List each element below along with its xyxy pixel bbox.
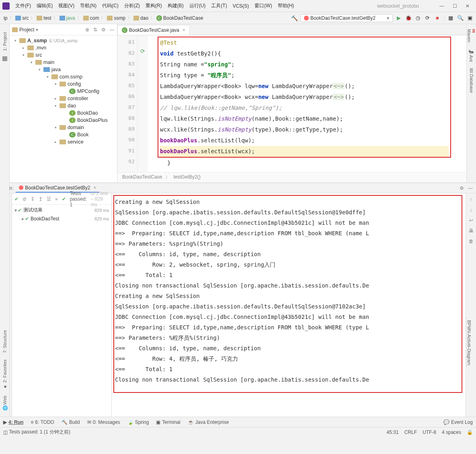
gear-icon[interactable]: ⚙ <box>101 27 106 33</box>
tree-config[interactable]: ▾config <box>10 80 117 88</box>
code-content[interactable]: @Test void testGetBy2(){ String name ="s… <box>148 35 466 172</box>
stop-button[interactable]: ■ <box>434 15 441 21</box>
tool-icon[interactable]: ▣ <box>466 15 474 21</box>
hide-icon[interactable]: — <box>468 185 473 191</box>
tree-bookdao[interactable]: IBookDao <box>10 109 117 117</box>
tab-terminal[interactable]: ▣ Terminal <box>156 419 180 425</box>
tree-dao[interactable]: ▾dao <box>10 102 117 109</box>
run-tab[interactable]: BookDaoTestCase.testGetBy2× <box>16 184 99 193</box>
menu-edit[interactable]: 编辑(E) <box>34 1 55 11</box>
tree-main[interactable]: ▾main <box>10 59 117 66</box>
crumb-class[interactable]: CBookDaoTestCase <box>155 14 204 22</box>
clear-icon[interactable]: 🗑 <box>469 238 474 244</box>
menu-analyze[interactable]: 分析(Z) <box>122 1 142 11</box>
indent[interactable]: 4 spaces <box>442 429 461 435</box>
menu-window[interactable]: 窗口(W) <box>252 1 274 11</box>
menu-help[interactable]: 帮助(H) <box>275 1 297 11</box>
debug-button[interactable]: 🐞 <box>405 15 412 21</box>
line-ending[interactable]: CRLF <box>404 429 417 435</box>
tool-bpmn[interactable]: BPMN-Activiti-Diagram <box>467 320 472 365</box>
tree-pkg[interactable]: ▾com.ssmp <box>10 73 117 80</box>
run-gutter-icon[interactable]: ⟳ <box>137 48 148 54</box>
tree-src[interactable]: ▾src <box>10 51 117 59</box>
close-icon[interactable]: × <box>183 27 185 33</box>
crumb-com[interactable]: com <box>82 14 101 22</box>
tool-structure[interactable]: 7: Structure <box>2 330 7 353</box>
tool-ant[interactable]: 🐜 Ant <box>469 47 474 64</box>
chevron-down-icon[interactable]: ▾ <box>36 27 38 33</box>
wrap-icon[interactable]: ↩ <box>469 218 473 223</box>
target-icon[interactable]: ⊕ <box>85 27 89 33</box>
project-view-label[interactable]: Project <box>19 27 34 33</box>
encoding[interactable]: UTF-8 <box>423 429 436 435</box>
check-icon[interactable]: ✔ <box>14 196 18 202</box>
expand-icon[interactable]: ⇅ <box>93 27 97 33</box>
tool-icon[interactable] <box>2 56 7 61</box>
menu-tools[interactable]: 工具(T) <box>209 1 229 11</box>
crumb-src[interactable]: src <box>14 14 30 22</box>
lock-icon[interactable]: 🔒 <box>467 429 473 435</box>
tab-todo[interactable]: ≡ 6: TODO <box>31 419 54 425</box>
print-icon[interactable]: 🖶 <box>469 228 474 234</box>
run-config-select[interactable]: BookDaoTestCase.testGetBy2 ▾ <box>300 14 393 22</box>
coverage-button[interactable]: ◷ <box>414 15 422 21</box>
console-output[interactable]: Creating a new SqlSession SqlSession [or… <box>112 193 466 417</box>
gear-icon[interactable]: ⚙ <box>460 185 464 191</box>
menu-refactor[interactable]: 重构(R) <box>143 1 164 11</box>
menu-code[interactable]: 代码(C) <box>100 1 121 11</box>
tab-build[interactable]: 🔨 Build <box>62 419 80 425</box>
sort-icon[interactable]: ↥ <box>39 196 43 202</box>
search-icon[interactable]: 🔍 <box>457 15 464 21</box>
tree-java[interactable]: ▾java <box>10 66 117 73</box>
tree-bookdaoplus[interactable]: IBookDaoPlus <box>10 117 117 124</box>
menu-build[interactable]: 构建(B) <box>165 1 186 11</box>
tool-database[interactable]: 🗄 Database <box>469 67 474 94</box>
tool-maven[interactable]: mMaven <box>467 27 476 44</box>
menu-view[interactable]: 视图(V) <box>56 1 77 11</box>
test-root[interactable]: ▾✔测试结果829 ms <box>12 205 111 215</box>
tree-mvn[interactable]: ▸.mvn <box>10 44 117 51</box>
tool-web[interactable]: 🌐 Web <box>2 396 7 411</box>
close-icon[interactable]: × <box>93 185 96 191</box>
maximize-button[interactable]: ☐ <box>449 2 461 10</box>
filter-icon[interactable]: ☱ <box>47 196 51 202</box>
tree-service[interactable]: ▸service <box>10 138 117 146</box>
test-tree[interactable]: ▾✔测试结果829 ms ▸✔BookDaoTest829 ms <box>12 205 111 224</box>
tool-project[interactable]: 1: Project <box>2 32 7 51</box>
code-area[interactable]: 818283848586878889909192 ⟳ @Test void te… <box>117 35 466 172</box>
hide-icon[interactable]: — <box>110 27 115 33</box>
up-icon[interactable]: ↑ <box>470 197 472 202</box>
crumb-ssmp[interactable]: ssmp <box>106 14 127 22</box>
tree-controller[interactable]: ▸controller <box>10 95 117 102</box>
close-button[interactable]: ✕ <box>462 2 474 10</box>
crumb-java[interactable]: java <box>58 14 76 22</box>
tab-run[interactable]: ▶ 4: Run <box>3 419 23 425</box>
run-button[interactable]: ▶ <box>395 15 402 21</box>
window-icon[interactable]: ◫ <box>3 429 8 435</box>
tree-domain[interactable]: ▾domain <box>10 124 117 131</box>
tab-event-log[interactable]: 💬 Event Log <box>443 419 473 425</box>
menu-navigate[interactable]: 导航(N) <box>78 1 99 11</box>
tree-mpconfig[interactable]: CMPConfig <box>10 88 117 95</box>
project-tree[interactable]: ▾A_ssmpE:\JG\A_ssmp ▸.mvn ▾src ▾main ▾ja… <box>10 35 117 183</box>
crumb-test[interactable]: test <box>35 14 52 22</box>
menu-run[interactable]: 运行(U) <box>187 1 208 11</box>
sort-icon[interactable]: ↧ <box>31 196 35 202</box>
crumb-root[interactable]: ip <box>2 14 8 22</box>
test-node[interactable]: ▸✔BookDaoTest829 ms <box>12 215 111 223</box>
tool-icon[interactable]: ▦ <box>447 15 454 21</box>
minimize-button[interactable]: — <box>436 2 448 10</box>
down-icon[interactable]: ↓ <box>470 207 472 213</box>
crumb-dao[interactable]: dao <box>132 14 150 22</box>
menu-file[interactable]: 文件(F) <box>13 1 33 11</box>
menu-vcs[interactable]: VCS(S) <box>230 2 252 10</box>
caret-position[interactable]: 45:31 <box>387 429 399 435</box>
tree-root[interactable]: ▾A_ssmpE:\JG\A_ssmp <box>10 37 117 44</box>
tree-book[interactable]: CBook <box>10 131 117 138</box>
tab-jee[interactable]: ☕ Java Enterprise <box>188 419 229 425</box>
editor-tab[interactable]: CBookDaoTestCase.java× <box>117 25 190 35</box>
tab-spring[interactable]: 🍃 Spring <box>127 419 149 425</box>
ignore-icon[interactable]: ⊘ <box>23 196 27 202</box>
tool-favorites[interactable]: ★ 2: Favorites <box>2 360 7 389</box>
build-icon[interactable]: 🔨 <box>291 15 298 21</box>
